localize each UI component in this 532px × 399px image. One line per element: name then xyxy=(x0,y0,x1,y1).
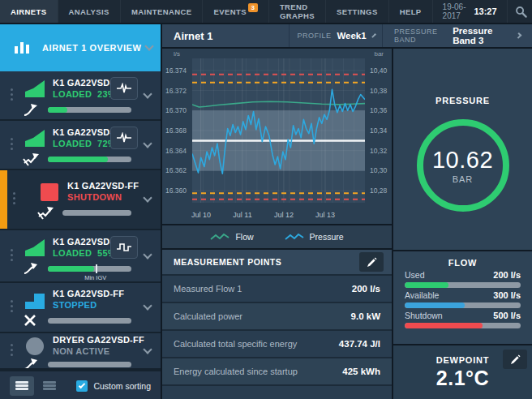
nav-label: ANALYSIS xyxy=(69,7,109,16)
list-item-dryer[interactable]: DRYER GA22VSD-FF NON ACTIVE xyxy=(0,333,161,370)
drag-handle-icon[interactable] xyxy=(11,249,13,264)
row-value: 425 kWh xyxy=(342,367,380,376)
wedge-up-icon xyxy=(24,128,45,148)
row-label: Calculated total specific energy xyxy=(174,339,297,349)
curved-arrow-icon xyxy=(23,357,41,370)
circle-icon xyxy=(24,337,45,356)
min-igv-marker xyxy=(96,264,97,273)
nav-label: EVENTS xyxy=(213,7,246,16)
left-axis-labels: 16.37416.37216.37016.36816.36416.36216.3… xyxy=(162,49,189,224)
compact-view-button[interactable] xyxy=(37,376,62,396)
vsd-monitor-button[interactable] xyxy=(110,236,138,259)
edit-dewpoint-button[interactable] xyxy=(503,350,527,369)
chevron-down-icon[interactable] xyxy=(143,301,152,310)
page-header: Airnet 1 PROFILE Week1 PRESSURE BAND Pre… xyxy=(162,24,532,49)
chevron-down-icon[interactable] xyxy=(143,345,152,354)
drag-handle-icon[interactable] xyxy=(11,344,13,358)
step-up-icon xyxy=(24,290,45,310)
restricted-arrow-icon xyxy=(23,152,41,166)
row-label: Calculated power xyxy=(174,311,242,321)
load-progress-bar xyxy=(48,362,131,367)
nav-item-airnets[interactable]: AIRNETS xyxy=(0,0,58,23)
nav-item-maintenance[interactable]: MAINTENANCE xyxy=(121,0,204,23)
load-progress-bar: Min IGV xyxy=(48,266,131,272)
chevron-down-icon xyxy=(144,41,153,50)
airnet-overview-header[interactable]: AIRNET 1 OVERVIEW xyxy=(0,24,161,71)
list-item-compressor-1[interactable]: K1 GA22VSD-FF LOADED 23% xyxy=(0,71,161,121)
pressure-section: PRESSURE 10.62 BAR xyxy=(393,49,532,251)
table-row: Measured Flow 1 200 l/s xyxy=(162,276,392,303)
list-item-compressor-2[interactable]: K1 GA22VSD-FF LOADED 72% xyxy=(0,121,161,170)
x-icon xyxy=(23,313,41,328)
dewpoint-title: DEWPOINT xyxy=(436,355,490,365)
x-axis-labels: Jul 10Jul 11Jul 12Jul 13 xyxy=(192,204,365,224)
vsd-monitor-button[interactable] xyxy=(110,127,138,149)
nav-right-zone: 19-06-2017 13:27 xyxy=(433,0,532,23)
flow-bar-value: 500 l/s xyxy=(493,311,521,320)
chevron-down-icon[interactable] xyxy=(143,139,152,148)
list-item-compressor-4[interactable]: K1 GA22VSD-FF LOADED 55% M xyxy=(0,230,161,283)
pressure-value: 10.62 xyxy=(432,147,493,174)
measurement-points-title: MEASUREMENT POINTS xyxy=(174,257,281,267)
custom-sorting-toggle[interactable]: Custom sorting xyxy=(76,380,151,392)
pressure-unit: BAR xyxy=(453,174,474,184)
wedge-up-icon xyxy=(24,238,45,257)
chevron-down-icon[interactable] xyxy=(143,250,152,259)
custom-sorting-checkbox[interactable] xyxy=(76,380,88,392)
nav-item-analysis[interactable]: ANALYSIS xyxy=(58,0,121,23)
line-swatch-icon xyxy=(210,232,230,242)
list-item-compressor-5-stopped[interactable]: K1 GA22VSD-FF STOPPED xyxy=(0,283,161,333)
status-text: STOPPED xyxy=(53,300,97,310)
heartbeat-icon xyxy=(116,132,132,144)
clock: 19-06-2017 13:27 xyxy=(433,0,507,23)
chevron-right-icon xyxy=(371,33,376,38)
pressure-band-label: PRESSURE BAND xyxy=(394,28,447,44)
profile-selector[interactable]: PROFILE Week1 xyxy=(290,24,383,47)
chevron-down-icon[interactable] xyxy=(143,89,152,98)
right-axis-labels: 10,4010,3810,3610,3410,3210,3010,28 xyxy=(365,49,392,224)
flow-bar-label: Available xyxy=(405,290,439,300)
compressor-name: K1 GA22VSD-FF xyxy=(53,78,110,88)
vsd-monitor-button[interactable] xyxy=(110,77,138,100)
drag-handle-icon[interactable] xyxy=(11,300,13,315)
time-text: 13:27 xyxy=(474,6,496,16)
nav-label: HELP xyxy=(400,7,422,16)
drag-handle-icon[interactable] xyxy=(13,192,15,207)
nav-item-trend-graphs[interactable]: TREND GRAPHS xyxy=(269,0,326,23)
date-text: 19-06-2017 xyxy=(443,2,469,20)
nav-item-help[interactable]: HELP xyxy=(389,0,433,23)
profile-label: PROFILE xyxy=(297,32,331,40)
edit-measurement-points-button[interactable] xyxy=(359,252,384,272)
search-button[interactable] xyxy=(507,0,532,23)
chevron-down-icon[interactable] xyxy=(143,193,152,202)
flow-section: FLOW Used200 l/s Available300 l/s Shutdo… xyxy=(393,251,532,345)
pressure-band-selector[interactable]: PRESSURE BAND Pressure Band 3 xyxy=(383,24,532,47)
flow-bar-label: Shutdown xyxy=(405,311,443,320)
compressor-name: DRYER GA22VSD-FF xyxy=(53,335,144,345)
dewpoint-value: 2.1°C xyxy=(436,367,489,390)
compressor-sidebar: AIRNET 1 OVERVIEW K1 GA22VSD-FF LOADED 2… xyxy=(0,24,162,399)
row-value: 200 l/s xyxy=(352,284,380,294)
drag-handle-icon[interactable] xyxy=(11,138,13,152)
row-value: 437.74 J/l xyxy=(339,339,380,349)
load-progress-bar xyxy=(62,210,131,216)
drag-handle-icon[interactable] xyxy=(11,88,13,103)
list-item-compressor-3-shutdown[interactable]: K1 GA22VSD-FF SHUTDOWN xyxy=(0,170,161,230)
square-icon xyxy=(39,182,60,202)
load-progress-bar xyxy=(48,318,131,324)
load-progress-bar xyxy=(48,107,131,113)
bar-chart-icon xyxy=(13,39,32,57)
pencil-icon xyxy=(510,354,521,365)
nav-label: TREND GRAPHS xyxy=(280,2,315,20)
flow-bar-value: 200 l/s xyxy=(493,270,521,280)
row-value: 9.0 kW xyxy=(351,311,380,321)
list-view-button[interactable] xyxy=(10,376,34,396)
nav-item-settings[interactable]: SETTINGS xyxy=(326,0,389,23)
nav-item-events[interactable]: EVENTS3 xyxy=(203,0,268,23)
overview-title: AIRNET 1 OVERVIEW xyxy=(42,43,141,53)
curved-arrow-icon xyxy=(23,102,41,117)
table-row: Energy calculated since startup 425 kWh xyxy=(162,358,392,386)
table-row: Calculated total specific energy 437.74 … xyxy=(162,331,392,358)
compressor-name: K1 GA22VSD-FF xyxy=(67,181,139,191)
square-wave-icon xyxy=(116,242,132,253)
